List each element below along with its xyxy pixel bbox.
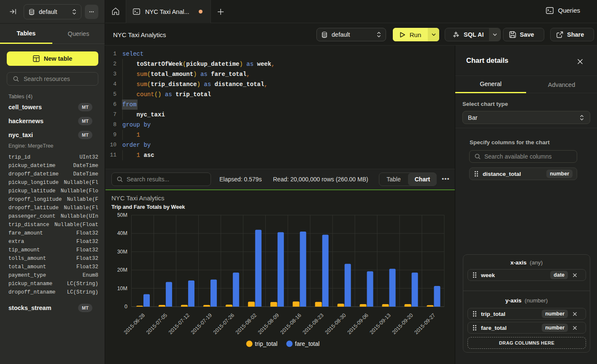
svg-text:2015-07-05: 2015-07-05 xyxy=(145,312,168,335)
svg-text:30M: 30M xyxy=(117,249,127,255)
svg-text:2015-08-23: 2015-08-23 xyxy=(302,312,325,335)
svg-text:2015-07-19: 2015-07-19 xyxy=(190,312,213,335)
svg-text:0: 0 xyxy=(124,304,127,310)
svg-text:2015-08-09: 2015-08-09 xyxy=(257,312,280,335)
svg-text:2015-07-12: 2015-07-12 xyxy=(167,312,191,335)
svg-text:trip_total: trip_total xyxy=(255,340,278,347)
svg-text:2015-09-06: 2015-09-06 xyxy=(346,312,370,335)
svg-text:2015-07-26: 2015-07-26 xyxy=(212,312,235,335)
svg-text:2015-06-28: 2015-06-28 xyxy=(123,312,146,335)
svg-text:Trip and Fare Totals by Week: Trip and Fare Totals by Week xyxy=(111,204,185,210)
svg-text:fare_total: fare_total xyxy=(295,340,319,347)
svg-text:10M: 10M xyxy=(117,286,127,291)
svg-text:20M: 20M xyxy=(117,267,127,273)
svg-text:2015-08-30: 2015-08-30 xyxy=(324,312,347,335)
svg-text:2015-08-16: 2015-08-16 xyxy=(279,312,303,335)
svg-text:2015-08-02: 2015-08-02 xyxy=(235,312,258,335)
svg-text:2015-09-13: 2015-09-13 xyxy=(369,312,392,335)
svg-text:50M: 50M xyxy=(117,212,127,218)
svg-text:2015-09-20: 2015-09-20 xyxy=(391,312,414,335)
svg-text:NYC Taxi Analytics: NYC Taxi Analytics xyxy=(111,194,165,202)
svg-text:40M: 40M xyxy=(117,230,127,236)
svg-text:2015-09-27: 2015-09-27 xyxy=(413,312,437,335)
